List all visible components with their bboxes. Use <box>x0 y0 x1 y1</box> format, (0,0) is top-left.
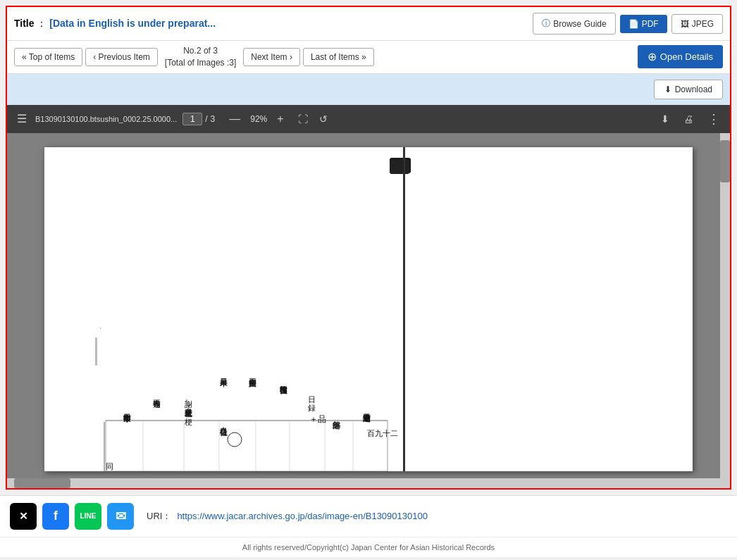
zoom-value: 92% <box>246 114 271 124</box>
info-icon: ⓘ <box>542 18 550 30</box>
title-text[interactable]: [Data in English is under preparat... <box>49 18 216 29</box>
jpeg-icon: 🖼 <box>681 19 689 29</box>
pdf-download-button[interactable]: ⬇ <box>658 111 672 127</box>
nav-left: « Top of Items ‹ Previous Item No.2 of 3… <box>14 45 374 69</box>
pdf-viewer-area: 續通信全覽卷之二 百九十二 編年之部 日 録 英國往復書翰 ＋品 慶應二年両實 … <box>7 133 730 488</box>
hamburger-icon: ☰ <box>17 113 27 125</box>
page-info-line1: No.2 of 3 <box>165 45 236 57</box>
pdf-scrollbar-thumb[interactable] <box>720 140 730 182</box>
svg-text:＋品: ＋品 <box>284 414 326 424</box>
svg-rect-0 <box>44 147 693 471</box>
pdf-page-separator: / <box>205 114 207 124</box>
x-icon: ✕ <box>19 510 28 523</box>
zoom-out-button[interactable]: — <box>226 112 243 126</box>
pdf-button[interactable]: 📄 PDF <box>620 15 667 33</box>
pdf-page-input[interactable] <box>182 113 202 125</box>
facebook-button[interactable]: f <box>42 503 69 530</box>
page-info-line2: [Total of Images :3] <box>165 57 236 69</box>
rotate-icon: ↺ <box>319 113 328 125</box>
nav-row: « Top of Items ‹ Previous Item No.2 of 3… <box>7 41 730 74</box>
mail-button[interactable]: ✉ <box>107 503 134 530</box>
pdf-menu-button[interactable]: ☰ <box>14 111 30 127</box>
title-separator: ： <box>37 18 47 29</box>
header-row: Title ： [Data in English is under prepar… <box>7 7 730 41</box>
jpeg-button[interactable]: 🖼 JPEG <box>671 14 723 34</box>
pdf-toolbar: ☰ B13090130100.btsushin_0002.25.0000... … <box>7 105 730 133</box>
previous-item-button[interactable]: ‹ Previous Item <box>85 48 158 66</box>
pdf-more-button[interactable]: ⋮ <box>705 110 723 128</box>
line-button[interactable]: LINE <box>75 503 101 530</box>
pdf-content[interactable]: 續通信全覽卷之二 百九十二 編年之部 日 録 英國往復書翰 ＋品 慶應二年両實 … <box>7 133 730 478</box>
pdf-page: 續通信全覽卷之二 百九十二 編年之部 日 録 英國往復書翰 ＋品 慶應二年両實 … <box>44 147 693 471</box>
fit-page-icon: ⛶ <box>298 113 308 125</box>
footer-social: ✕ f LINE ✉ URI： https://www.jacar.archiv… <box>0 495 737 537</box>
uri-label: URI： <box>147 510 171 523</box>
pdf-print-button[interactable]: 🖨 <box>681 111 696 127</box>
next-item-button[interactable]: Next Item › <box>243 48 300 66</box>
download-icon: ⬇ <box>664 85 671 94</box>
browse-guide-button[interactable]: ⓘ Browse Guide <box>533 13 615 35</box>
top-of-items-button[interactable]: « Top of Items <box>14 48 82 66</box>
fit-page-button[interactable]: ⛶ <box>295 111 311 127</box>
download-button[interactable]: ⬇ Download <box>654 80 723 99</box>
last-of-items-button[interactable]: Last of Items » <box>303 48 374 66</box>
title-label: Title <box>14 18 35 29</box>
twitter-x-button[interactable]: ✕ <box>10 503 37 530</box>
more-icon: ⋮ <box>707 112 720 126</box>
uri-link[interactable]: https://www.jacar.archives.go.jp/das/ima… <box>177 511 428 521</box>
pdf-page-info: / 3 <box>182 113 215 125</box>
facebook-icon: f <box>54 509 58 523</box>
main-container: Title ： [Data in English is under prepar… <box>6 6 731 490</box>
pdf-hscrollbar-thumb[interactable] <box>14 478 70 488</box>
pdf-toolbar-right: ⬇ 🖨 ⋮ <box>658 110 723 128</box>
pdf-icon: 📄 <box>628 19 639 29</box>
line-icon: LINE <box>80 512 97 520</box>
svg-rect-28 <box>95 337 97 366</box>
footer-copyright: All rights reserved/Copyright(c) Japan C… <box>0 537 737 557</box>
print-icon: 🖨 <box>683 113 693 125</box>
pdf-scrollbar[interactable] <box>720 133 730 478</box>
pdf-toolbar-left: ☰ B13090130100.btsushin_0002.25.0000... … <box>14 111 651 127</box>
header-buttons: ⓘ Browse Guide 📄 PDF 🖼 JPEG <box>533 13 723 35</box>
pdf-download-icon: ⬇ <box>661 113 669 125</box>
download-row: ⬇ Download <box>7 74 730 105</box>
open-details-icon: ⊕ <box>648 50 657 63</box>
page-info: No.2 of 3 [Total of Images :3] <box>161 45 240 69</box>
svg-text:・: ・ <box>97 325 104 332</box>
document-image: 續通信全覽卷之二 百九十二 編年之部 日 録 英國往復書翰 ＋品 慶應二年両實 … <box>44 147 693 471</box>
mail-icon: ✉ <box>116 509 126 524</box>
pdf-total-pages: 3 <box>211 114 216 124</box>
title-area: Title ： [Data in English is under prepar… <box>14 18 216 30</box>
zoom-in-button[interactable]: + <box>274 112 286 126</box>
rotate-button[interactable]: ↺ <box>316 111 330 127</box>
pdf-filename: B13090130100.btsushin_0002.25.0000... <box>35 115 177 123</box>
pdf-horizontal-scrollbar[interactable] <box>7 478 730 488</box>
svg-text:百九十二: 百九十二 <box>367 429 398 437</box>
open-details-button[interactable]: ⊕ Open Details <box>638 45 723 68</box>
